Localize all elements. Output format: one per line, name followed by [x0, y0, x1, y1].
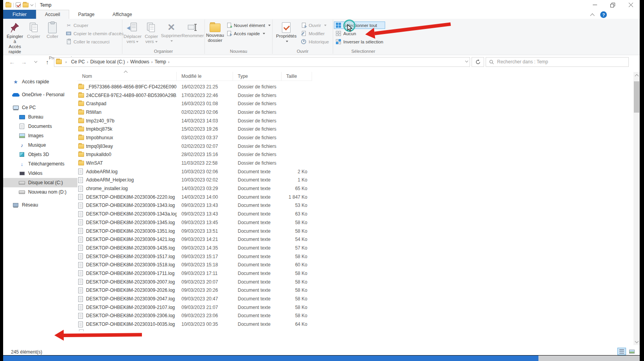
sidebar-item-bureau[interactable]: Bureau	[3, 112, 77, 122]
table-row[interactable]: tmp2z40_97b 14/03/2023 14:03 Dossier de …	[77, 117, 640, 125]
table-row[interactable]: DESKTOP-OHBEK8M-20230309-2047.log 09/03/…	[77, 295, 640, 303]
scroll-down-button[interactable]	[633, 338, 640, 345]
table-row[interactable]: tmpkbcj875k 15/02/2023 19:26 Dossier de …	[77, 125, 640, 133]
table-row[interactable]: DESKTOP-OHBEK8M-20230309-1345.log 09/03/…	[77, 218, 640, 227]
properties-icon	[282, 22, 291, 33]
sidebar-item-documents[interactable]: Documents	[3, 122, 77, 131]
table-row[interactable]: DESKTOP-OHBEK8M-20230310-0035.log 10/03/…	[77, 320, 640, 329]
pin-to-quick-access-button[interactable]: Épingler àAccès rapide	[5, 20, 24, 56]
table-row[interactable]: DESKTOP-OHBEK8M-20230309-2107.log 09/03/…	[77, 303, 640, 312]
breadcrumb-segment[interactable]: Ce PC	[70, 59, 86, 65]
table-row[interactable]: DESKTOP-OHBEK8M-20230309-2306.log 09/03/…	[77, 312, 640, 320]
table-row[interactable]: DESKTOP-OHBEK8M-20230309-2007.log 09/03/…	[77, 278, 640, 286]
help-button[interactable]: ?	[600, 11, 607, 18]
folder-icon	[78, 152, 84, 157]
sidebar-item-musique[interactable]: ♪ Musique	[3, 140, 77, 150]
delete-button[interactable]: ✕ Supprimer	[161, 20, 181, 45]
sidebar-item-onedrive-personal[interactable]: OneDrive - Personal	[3, 90, 77, 99]
sidebar-item-t-l-chargements[interactable]: ↓ Téléchargements	[3, 159, 77, 169]
invert-selection-button[interactable]: Inverser la sélection	[334, 38, 385, 45]
quick-access-button[interactable]: Accès rapide	[224, 30, 273, 37]
table-row[interactable]: DESKTOP-OHBEK8M-20230309-1343.log 09/03/…	[77, 201, 640, 210]
table-row[interactable]: DESKTOP-OHBEK8M-20230309-1421.log 09/03/…	[77, 235, 640, 244]
tab-affichage[interactable]: Affichage	[104, 10, 141, 19]
edit-button[interactable]: Modifier	[299, 30, 331, 37]
table-row[interactable]: DESKTOP-OHBEK8M-20230309-2026.log 09/03/…	[77, 286, 640, 295]
cell-type: Document texte	[233, 211, 282, 217]
new-item-button[interactable]: Nouvel élément	[224, 22, 273, 29]
breadcrumb-separator: ›	[167, 59, 171, 64]
refresh-button[interactable]	[472, 57, 484, 67]
move-to-button[interactable]: Déplacervers	[123, 20, 142, 45]
table-row[interactable]: tmpobhurxux 03/02/2023 03:37 Dossier de …	[77, 133, 640, 142]
table-row[interactable]: DESKTOP-OHBEK8M-20230309-1343a.log 09/03…	[77, 210, 640, 218]
cell-modified: 14/03/2023 03:29	[177, 186, 233, 191]
table-row[interactable]: DESKTOP-OHBEK8M-20230309-1518.log 09/03/…	[77, 260, 640, 269]
sidebar-item-vid-os[interactable]: Vidéos	[3, 169, 77, 178]
checkbox-icon[interactable]	[16, 2, 21, 7]
copy-to-button[interactable]: Copiervers	[142, 20, 161, 45]
paste-button[interactable]: Coller	[43, 20, 62, 40]
cell-modified: 17/03/2023 22:46	[177, 93, 233, 98]
sidebar-item-objets-3d[interactable]: Objets 3D	[3, 150, 77, 159]
open-button[interactable]: Ouvrir	[299, 22, 331, 29]
table-row[interactable]: DESKTOP-OHBEK8M-20230309-1351.log 09/03/…	[77, 227, 640, 235]
restore-button[interactable]	[604, 0, 622, 10]
history-button[interactable]: Historique	[299, 38, 331, 45]
scroll-up-button[interactable]	[633, 72, 640, 79]
table-row[interactable]: _F9573366-8866-4656-B9FC-FD4226E090... 1…	[77, 83, 640, 91]
tab-accueil[interactable]: Accueil	[36, 10, 69, 19]
cell-name: DESKTOP-OHBEK8M-20230309-1518.log	[86, 262, 177, 268]
column-header-type[interactable]: Type	[233, 72, 282, 81]
sidebar-item-disque-local-c-[interactable]: Disque local (C:)	[3, 178, 77, 187]
collapse-ribbon-icon[interactable]	[590, 13, 594, 18]
table-row[interactable]: WinSAT 11/03/2023 22:58 Dossier de fichi…	[77, 159, 640, 167]
table-row[interactable]: AdobeARM.log 10/03/2023 02:06 Document t…	[77, 167, 640, 176]
cell-type: Document texte	[233, 321, 282, 327]
sidebar-item-acc-s-rapide[interactable]: ★ Accès rapide	[3, 77, 77, 86]
scrollbar-thumb[interactable]	[634, 81, 639, 113]
select-all-button[interactable]: Sélectionner tout	[334, 22, 385, 29]
search-input[interactable]	[497, 59, 625, 65]
ribbon-group-open: Propriétés Ouvrir Modifier	[273, 19, 332, 55]
table-row[interactable]: chrome_installer.log 14/03/2023 03:29 Do…	[77, 184, 640, 193]
tab-fichier[interactable]: Fichier	[3, 10, 36, 19]
table-row[interactable]: DESKTOP-OHBEK8M-20230309-1711.log 09/03/…	[77, 269, 640, 278]
thumbnails-view-button[interactable]	[628, 348, 636, 355]
title-bar: Temp	[3, 0, 640, 10]
breadcrumb-segment[interactable]: Temp	[154, 59, 167, 65]
copy-button[interactable]: Copier	[24, 20, 43, 40]
tab-partage[interactable]: Partage	[69, 10, 104, 19]
rename-button[interactable]: Renommer	[182, 20, 204, 40]
address-dropdown-icon[interactable]	[465, 59, 468, 62]
details-view-button[interactable]	[617, 348, 626, 355]
paste-shortcut-button[interactable]: Coller le raccourci	[64, 38, 126, 45]
close-button[interactable]	[622, 0, 640, 10]
table-row[interactable]: AdobeARM_Helper.log 10/03/2023 02:02 Doc…	[77, 176, 640, 185]
address-bar[interactable]: › Ce PC›Disque local (C:)›Windows›Temp›	[54, 57, 470, 67]
table-row[interactable]: RtWlan 02/02/2023 02:06 Dossier de fichi…	[77, 108, 640, 117]
chevron-down-icon[interactable]	[30, 3, 34, 6]
table-row[interactable]: tmpukalldo0 28/02/2023 15:16 Dossier de …	[77, 151, 640, 159]
sidebar-item-ce-pc[interactable]: Ce PC	[3, 103, 77, 112]
column-header-size[interactable]: Taille	[282, 72, 312, 81]
minimize-button[interactable]	[586, 0, 604, 10]
sidebar-item-nouveau-nom-d-[interactable]: Nouveau nom (D:)	[3, 187, 77, 197]
table-row[interactable]: Crashpad 16/03/2023 01:08 Dossier de fic…	[77, 99, 640, 108]
table-row[interactable]: DESKTOP-OHBEK8M-20230309-1517.log 09/03/…	[77, 252, 640, 261]
new-folder-button[interactable]: Nouveaudossier	[206, 20, 224, 44]
properties-button[interactable]: Propriétés	[273, 20, 299, 45]
sidebar-item-r-seau[interactable]: Réseau	[3, 200, 77, 210]
sidebar-item-images[interactable]: Images	[3, 131, 77, 140]
breadcrumb-segment[interactable]: Windows	[129, 59, 150, 65]
column-header-name[interactable]: Nom	[77, 72, 177, 81]
breadcrumb-segment[interactable]: Disque local (C:)	[90, 59, 126, 65]
cut-button[interactable]: ✂ Couper	[64, 22, 126, 29]
copy-path-button[interactable]: Copier le chemin d'accès	[64, 30, 126, 37]
column-header-modified[interactable]: Modifié le	[177, 72, 233, 81]
table-row[interactable]: DESKTOP-OHBEK8M-20230306-2220.log 14/03/…	[77, 193, 640, 201]
table-row[interactable]: tmpq0j83eay 02/02/2023 02:07 Dossier de …	[77, 142, 640, 151]
table-row[interactable]: DESKTOP-OHBEK8M-20230309-1435.log 09/03/…	[77, 244, 640, 252]
vertical-scrollbar[interactable]	[633, 72, 640, 345]
table-row[interactable]: 24CC6FE8-97E2-44B9-8007-BD5390A29B... 17…	[77, 91, 640, 100]
